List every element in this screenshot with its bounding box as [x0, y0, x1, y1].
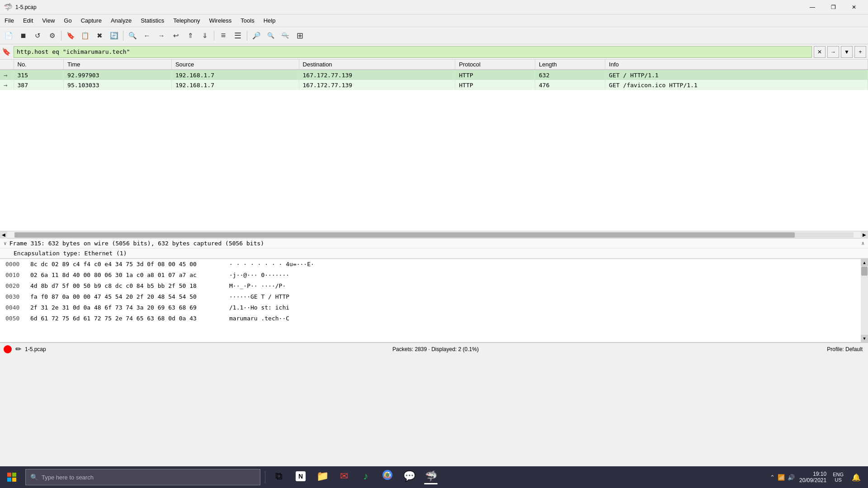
copy-button[interactable]: 📋: [78, 29, 92, 42]
search-bar[interactable]: 🔍: [25, 469, 260, 485]
status-bar: ✏ 1-5.pcap Packets: 2839 · Displayed: 2 …: [0, 343, 868, 355]
col-length[interactable]: Length: [535, 60, 605, 70]
hex-offset: 0040: [5, 303, 30, 312]
zoom-normal-button[interactable]: 🔍: [278, 29, 292, 42]
menu-item-file[interactable]: File: [0, 15, 19, 26]
edit-button[interactable]: ✏: [15, 345, 21, 353]
chrome-button[interactable]: [377, 466, 398, 488]
hex-bytes: 02 6a 11 8d 40 00 80 06 30 1a c0 a8 01 0…: [30, 271, 229, 280]
find-packet-button[interactable]: 🔍: [126, 29, 139, 42]
scroll-track[interactable]: [14, 232, 854, 238]
reload-button[interactable]: 🔄: [107, 29, 121, 42]
line-button[interactable]: 💬: [398, 466, 420, 488]
record-button[interactable]: [4, 345, 12, 353]
file-explorer-icon: 📁: [316, 470, 329, 482]
hex-row: 0030fa f0 87 0a 00 00 47 45 54 20 2f 20 …: [0, 291, 868, 302]
go-back-button[interactable]: ←: [140, 29, 154, 42]
bookmark-button[interactable]: 🔖: [64, 29, 77, 42]
menu-item-capture[interactable]: Capture: [76, 15, 106, 26]
col-protocol[interactable]: Protocol: [455, 60, 535, 70]
menu-item-wireless[interactable]: Wireless: [204, 15, 236, 26]
table-row[interactable]: →31592.997903192.168.1.7167.172.77.139HT…: [0, 70, 868, 80]
menu-item-view[interactable]: View: [38, 15, 59, 26]
notification-button[interactable]: 🔔: [848, 466, 864, 488]
volume-icon[interactable]: 🔊: [788, 474, 795, 481]
go-forward-button[interactable]: →: [155, 29, 168, 42]
col-source[interactable]: Source: [171, 60, 299, 70]
gmail-button[interactable]: ✉: [333, 466, 355, 488]
scroll-thumb-v[interactable]: [861, 267, 868, 276]
system-tray: ⌃ 📶 🔊 19:10 20/09/2021 ENG US 🔔: [766, 466, 868, 488]
scroll-left-button[interactable]: ◀: [0, 231, 7, 239]
packets-info: Packets: 2839 · Displayed: 2 (0.1%): [392, 346, 479, 352]
packet-list-body: →31592.997903192.168.1.7167.172.77.139HT…: [0, 70, 868, 90]
scroll-right-button[interactable]: ▶: [861, 231, 868, 239]
menu-item-statistics[interactable]: Statistics: [136, 15, 169, 26]
detail-row-frame[interactable]: ∨ Frame 315: 632 bytes on wire (5056 bit…: [0, 239, 868, 249]
filter-input[interactable]: http.host eq "ichimarumaru.tech": [14, 46, 812, 58]
packet-list[interactable]: No. Time Source Destination Protocol Len…: [0, 60, 868, 231]
col-no[interactable]: No.: [14, 60, 64, 70]
packet-source: 192.168.1.7: [171, 80, 299, 90]
restart-capture-button[interactable]: ↺: [31, 29, 44, 42]
search-input[interactable]: [42, 474, 255, 481]
menu-item-help[interactable]: Help: [259, 15, 280, 26]
taskbar: 🔍 ⧉ N 📁 ✉ ♪: [0, 466, 868, 488]
menu-item-go[interactable]: Go: [59, 15, 76, 26]
chevron-up-icon[interactable]: ⌃: [770, 474, 775, 481]
packet-info: GET / HTTP/1.1: [605, 70, 868, 80]
table-row[interactable]: →38795.103033192.168.1.7167.172.77.139HT…: [0, 80, 868, 90]
spotify-button[interactable]: ♪: [355, 466, 377, 488]
filter-dropdown-button[interactable]: ▼: [841, 46, 853, 58]
menu-item-analyze[interactable]: Analyze: [106, 15, 136, 26]
detail-row-encap[interactable]: Encapsulation type: Ethernet (1): [0, 249, 868, 258]
col-info[interactable]: Info: [605, 60, 868, 70]
start-button[interactable]: [0, 466, 24, 488]
scroll-down-button[interactable]: ▼: [861, 335, 868, 342]
go-last-button[interactable]: ⇓: [198, 29, 212, 42]
packet-time: 95.103033: [64, 80, 172, 90]
capture-options-button[interactable]: ⚙: [45, 29, 59, 42]
hex-row: 001002 6a 11 8d 40 00 80 06 30 1a c0 a8 …: [0, 270, 868, 281]
filter-clear-button[interactable]: ✕: [814, 46, 826, 58]
notion-button[interactable]: N: [290, 466, 311, 488]
filter-apply-button[interactable]: →: [827, 46, 839, 58]
col-time[interactable]: Time: [64, 60, 172, 70]
menu-item-tools[interactable]: Tools: [236, 15, 259, 26]
file-explorer-button[interactable]: 📁: [311, 466, 333, 488]
column-prefs-button[interactable]: ≡: [217, 29, 230, 42]
scroll-track-v[interactable]: [861, 266, 868, 335]
go-first-button[interactable]: ⇑: [184, 29, 197, 42]
spotify-icon: ♪: [363, 470, 368, 482]
network-icon[interactable]: 📶: [778, 474, 785, 481]
hex-bytes: 8c dc 02 89 c4 f4 c0 e4 34 75 3d 0f 08 0…: [30, 260, 229, 269]
close-button[interactable]: ✕: [844, 0, 864, 14]
window-title: 1-5.pcap: [15, 4, 802, 10]
col-destination[interactable]: Destination: [299, 60, 455, 70]
minimize-button[interactable]: —: [802, 0, 823, 14]
go-to-packet-button[interactable]: ↩: [169, 29, 183, 42]
packet-length: 476: [535, 80, 605, 90]
show-bytes-button[interactable]: ☰: [231, 29, 245, 42]
filter-add-button[interactable]: +: [854, 46, 866, 58]
open-file-button[interactable]: 📄: [2, 29, 15, 42]
zoom-out-button[interactable]: 🔍: [264, 29, 278, 42]
menu-item-edit[interactable]: Edit: [19, 15, 38, 26]
horizontal-scrollbar[interactable]: ◀ ▶: [0, 231, 868, 239]
maximize-button[interactable]: ❐: [823, 0, 844, 14]
stop-capture-button[interactable]: ⏹: [16, 29, 30, 42]
menu-item-telephony[interactable]: Telephony: [169, 15, 204, 26]
close-button2[interactable]: ✖: [93, 29, 106, 42]
clock[interactable]: 19:10 20/09/2021: [797, 471, 828, 483]
scroll-up-button[interactable]: ▲: [861, 259, 868, 266]
hex-offset: 0050: [5, 314, 30, 323]
task-view-button[interactable]: ⧉: [268, 466, 290, 488]
resize-columns-button[interactable]: ⊞: [293, 29, 307, 42]
wireshark-button[interactable]: 🦈: [420, 466, 442, 488]
zoom-in-button[interactable]: 🔎: [250, 29, 263, 42]
status-left: ✏ 1-5.pcap: [0, 345, 50, 353]
scroll-thumb[interactable]: [14, 232, 795, 238]
spotify-underline: [359, 483, 373, 484]
detail-collapse-icon: ∧: [861, 240, 864, 246]
hex-vertical-scrollbar[interactable]: ▲ ▼: [861, 259, 868, 342]
